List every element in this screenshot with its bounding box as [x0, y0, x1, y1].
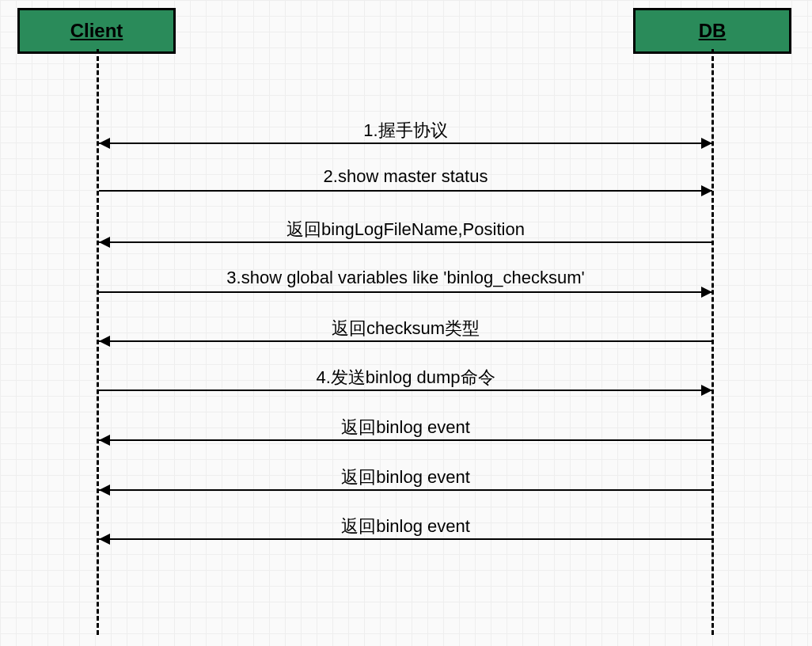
arrow-head-right-icon: [701, 138, 712, 149]
message-label-0: 1.握手协议: [99, 119, 712, 142]
message-label-4: 返回checksum类型: [99, 317, 712, 340]
arrow-head-left-icon: [99, 435, 110, 446]
message-arrow-6: [99, 439, 712, 441]
arrow-head-right-icon: [701, 385, 712, 396]
participant-db: DB: [633, 8, 791, 54]
message-label-6: 返回binlog event: [99, 416, 712, 439]
message-arrow-1: [99, 190, 712, 192]
arrow-head-left-icon: [99, 534, 110, 545]
message-label-1: 2.show master status: [99, 166, 712, 187]
message-arrow-3: [99, 291, 712, 293]
participant-client-label: Client: [70, 20, 123, 41]
message-arrow-0: [99, 142, 712, 144]
message-arrow-4: [99, 340, 712, 342]
participant-db-label: DB: [699, 20, 727, 41]
message-arrow-7: [99, 489, 712, 491]
message-label-8: 返回binlog event: [99, 515, 712, 538]
message-label-5: 4.发送binlog dump命令: [99, 366, 712, 390]
message-arrow-8: [99, 538, 712, 540]
arrow-head-left-icon: [99, 138, 110, 149]
arrow-head-left-icon: [99, 484, 110, 496]
message-label-3: 3.show global variables like 'binlog_che…: [99, 268, 712, 288]
arrow-head-right-icon: [701, 185, 712, 196]
arrow-head-right-icon: [701, 287, 712, 298]
message-arrow-2: [99, 241, 712, 243]
message-arrow-5: [99, 390, 712, 391]
arrow-head-left-icon: [99, 237, 110, 248]
message-label-2: 返回bingLogFileName,Position: [99, 218, 712, 241]
participant-client: Client: [17, 8, 176, 54]
message-label-7: 返回binlog event: [99, 466, 712, 489]
arrow-head-left-icon: [99, 336, 110, 347]
